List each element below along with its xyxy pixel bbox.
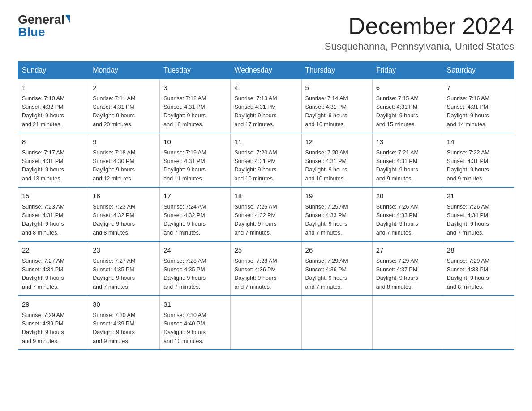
day-number: 21 [447, 191, 510, 201]
calendar-cell: 18Sunrise: 7:25 AMSunset: 4:32 PMDayligh… [231, 187, 301, 241]
day-number: 17 [163, 191, 227, 201]
calendar-cell: 21Sunrise: 7:26 AMSunset: 4:34 PMDayligh… [443, 187, 514, 241]
day-info: Sunrise: 7:25 AMSunset: 4:32 PMDaylight:… [234, 203, 297, 238]
day-info: Sunrise: 7:23 AMSunset: 4:31 PMDaylight:… [22, 203, 85, 238]
day-info: Sunrise: 7:13 AMSunset: 4:31 PMDaylight:… [234, 94, 297, 129]
day-info: Sunrise: 7:20 AMSunset: 4:31 PMDaylight:… [234, 149, 297, 184]
week-row-4: 22Sunrise: 7:27 AMSunset: 4:34 PMDayligh… [18, 241, 514, 295]
calendar-cell [372, 295, 443, 350]
day-info: Sunrise: 7:29 AMSunset: 4:38 PMDaylight:… [447, 257, 510, 292]
calendar-cell: 19Sunrise: 7:25 AMSunset: 4:33 PMDayligh… [301, 187, 372, 241]
day-number: 22 [22, 245, 85, 256]
day-number: 30 [93, 300, 156, 310]
calendar-cell: 30Sunrise: 7:30 AMSunset: 4:39 PMDayligh… [89, 295, 160, 350]
day-number: 5 [305, 83, 369, 93]
day-number: 24 [163, 245, 227, 256]
page-header: General Blue December 2024 Susquehanna, … [18, 13, 514, 52]
day-info: Sunrise: 7:22 AMSunset: 4:31 PMDaylight:… [447, 149, 510, 184]
calendar-cell: 7Sunrise: 7:16 AMSunset: 4:31 PMDaylight… [443, 79, 514, 133]
calendar-cell: 28Sunrise: 7:29 AMSunset: 4:38 PMDayligh… [443, 241, 514, 295]
week-row-3: 15Sunrise: 7:23 AMSunset: 4:31 PMDayligh… [18, 187, 514, 241]
day-number: 7 [447, 83, 510, 93]
day-info: Sunrise: 7:19 AMSunset: 4:31 PMDaylight:… [163, 149, 227, 184]
calendar-cell [443, 295, 514, 350]
day-info: Sunrise: 7:17 AMSunset: 4:31 PMDaylight:… [22, 149, 85, 184]
day-number: 23 [93, 245, 156, 256]
day-number: 3 [163, 83, 227, 93]
calendar-cell: 10Sunrise: 7:19 AMSunset: 4:31 PMDayligh… [160, 133, 231, 187]
title-area: December 2024 Susquehanna, Pennsylvania,… [325, 13, 514, 52]
calendar-cell: 27Sunrise: 7:29 AMSunset: 4:37 PMDayligh… [372, 241, 443, 295]
weekday-header-saturday: Saturday [443, 62, 514, 79]
calendar-cell: 16Sunrise: 7:23 AMSunset: 4:32 PMDayligh… [89, 187, 160, 241]
day-number: 13 [376, 137, 439, 147]
calendar-cell: 12Sunrise: 7:20 AMSunset: 4:31 PMDayligh… [301, 133, 372, 187]
weekday-header-tuesday: Tuesday [160, 62, 231, 79]
day-number: 1 [22, 83, 85, 93]
weekday-header-sunday: Sunday [18, 62, 89, 79]
day-info: Sunrise: 7:15 AMSunset: 4:31 PMDaylight:… [376, 94, 439, 129]
calendar-cell: 2Sunrise: 7:11 AMSunset: 4:31 PMDaylight… [89, 79, 160, 133]
calendar-cell: 1Sunrise: 7:10 AMSunset: 4:32 PMDaylight… [18, 79, 89, 133]
day-info: Sunrise: 7:25 AMSunset: 4:33 PMDaylight:… [305, 203, 369, 238]
weekday-header-row: SundayMondayTuesdayWednesdayThursdayFrid… [18, 62, 514, 79]
calendar-cell [231, 295, 301, 350]
day-number: 29 [22, 300, 85, 310]
day-info: Sunrise: 7:27 AMSunset: 4:35 PMDaylight:… [93, 257, 156, 292]
day-info: Sunrise: 7:29 AMSunset: 4:37 PMDaylight:… [376, 257, 439, 292]
calendar-table: SundayMondayTuesdayWednesdayThursdayFrid… [18, 61, 514, 350]
calendar-cell: 13Sunrise: 7:21 AMSunset: 4:31 PMDayligh… [372, 133, 443, 187]
weekday-header-monday: Monday [89, 62, 160, 79]
day-number: 20 [376, 191, 439, 201]
calendar-cell: 26Sunrise: 7:29 AMSunset: 4:36 PMDayligh… [301, 241, 372, 295]
day-info: Sunrise: 7:18 AMSunset: 4:30 PMDaylight:… [93, 149, 156, 184]
day-info: Sunrise: 7:28 AMSunset: 4:36 PMDaylight:… [234, 257, 297, 292]
logo-blue: Blue [18, 26, 45, 39]
day-number: 15 [22, 191, 85, 201]
calendar-cell: 6Sunrise: 7:15 AMSunset: 4:31 PMDaylight… [372, 79, 443, 133]
calendar-cell: 17Sunrise: 7:24 AMSunset: 4:32 PMDayligh… [160, 187, 231, 241]
day-info: Sunrise: 7:11 AMSunset: 4:31 PMDaylight:… [93, 94, 156, 129]
day-info: Sunrise: 7:30 AMSunset: 4:39 PMDaylight:… [93, 311, 156, 346]
day-number: 9 [93, 137, 156, 147]
calendar-cell: 14Sunrise: 7:22 AMSunset: 4:31 PMDayligh… [443, 133, 514, 187]
calendar-cell: 9Sunrise: 7:18 AMSunset: 4:30 PMDaylight… [89, 133, 160, 187]
day-info: Sunrise: 7:12 AMSunset: 4:31 PMDaylight:… [163, 94, 227, 129]
weekday-header-thursday: Thursday [301, 62, 372, 79]
week-row-1: 1Sunrise: 7:10 AMSunset: 4:32 PMDaylight… [18, 79, 514, 133]
logo-triangle-icon [65, 15, 70, 23]
calendar-cell: 4Sunrise: 7:13 AMSunset: 4:31 PMDaylight… [231, 79, 301, 133]
day-info: Sunrise: 7:20 AMSunset: 4:31 PMDaylight:… [305, 149, 369, 184]
calendar-cell: 15Sunrise: 7:23 AMSunset: 4:31 PMDayligh… [18, 187, 89, 241]
calendar-cell: 22Sunrise: 7:27 AMSunset: 4:34 PMDayligh… [18, 241, 89, 295]
calendar-cell: 3Sunrise: 7:12 AMSunset: 4:31 PMDaylight… [160, 79, 231, 133]
day-info: Sunrise: 7:29 AMSunset: 4:39 PMDaylight:… [22, 311, 85, 346]
day-info: Sunrise: 7:24 AMSunset: 4:32 PMDaylight:… [163, 203, 227, 238]
weekday-header-wednesday: Wednesday [231, 62, 301, 79]
calendar-cell: 24Sunrise: 7:28 AMSunset: 4:35 PMDayligh… [160, 241, 231, 295]
day-info: Sunrise: 7:26 AMSunset: 4:33 PMDaylight:… [376, 203, 439, 238]
week-row-2: 8Sunrise: 7:17 AMSunset: 4:31 PMDaylight… [18, 133, 514, 187]
day-number: 8 [22, 137, 85, 147]
calendar-cell [301, 295, 372, 350]
day-info: Sunrise: 7:16 AMSunset: 4:31 PMDaylight:… [447, 94, 510, 129]
calendar-cell: 8Sunrise: 7:17 AMSunset: 4:31 PMDaylight… [18, 133, 89, 187]
month-title: December 2024 [325, 13, 514, 39]
day-number: 26 [305, 245, 369, 256]
calendar-cell: 23Sunrise: 7:27 AMSunset: 4:35 PMDayligh… [89, 241, 160, 295]
calendar-cell: 11Sunrise: 7:20 AMSunset: 4:31 PMDayligh… [231, 133, 301, 187]
day-info: Sunrise: 7:21 AMSunset: 4:31 PMDaylight:… [376, 149, 439, 184]
day-info: Sunrise: 7:30 AMSunset: 4:40 PMDaylight:… [163, 311, 227, 346]
logo-general: General [18, 13, 64, 26]
day-number: 14 [447, 137, 510, 147]
day-number: 16 [93, 191, 156, 201]
day-number: 18 [234, 191, 297, 201]
weekday-header-friday: Friday [372, 62, 443, 79]
day-number: 2 [93, 83, 156, 93]
day-info: Sunrise: 7:28 AMSunset: 4:35 PMDaylight:… [163, 257, 227, 292]
day-number: 19 [305, 191, 369, 201]
day-number: 28 [447, 245, 510, 256]
day-number: 27 [376, 245, 439, 256]
calendar-cell: 20Sunrise: 7:26 AMSunset: 4:33 PMDayligh… [372, 187, 443, 241]
day-number: 12 [305, 137, 369, 147]
